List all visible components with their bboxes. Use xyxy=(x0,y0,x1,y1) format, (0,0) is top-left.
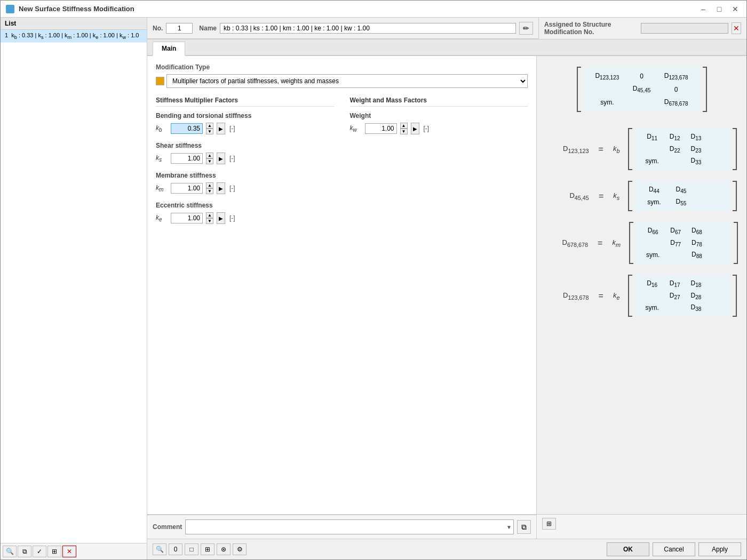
kb-down-button[interactable]: ▼ xyxy=(206,129,213,134)
kw-row: kw ▲ ▼ ▶ [-] xyxy=(350,123,528,134)
comment-copy-button[interactable]: ⧉ xyxy=(517,520,531,534)
window-title: New Surface Stiffness Modification xyxy=(19,5,693,13)
edit-area: Modification Type Multiplier factors of … xyxy=(147,56,537,514)
eccentric-k-label: ke xyxy=(613,291,620,301)
tab-main[interactable]: Main xyxy=(153,42,185,56)
km-arrow-button[interactable]: ▶ xyxy=(217,182,225,194)
name-input[interactable] xyxy=(220,23,516,34)
bending-matrix-bracket: D11 D12 D13 D22 D23 xyxy=(628,128,737,170)
check-a-button[interactable]: ✓ xyxy=(33,546,46,557)
no-field-group: No. xyxy=(153,23,193,34)
assigned-panel: Assigned to Structure Modification No. ✕ xyxy=(538,18,746,39)
shear-k-label: ks xyxy=(613,191,619,201)
shear-matrix-content: D44 D45 sym. D55 xyxy=(634,181,730,211)
modification-type-label: Modification Type xyxy=(156,63,528,71)
delete-button[interactable]: ✕ xyxy=(62,546,76,557)
kb-label: kb xyxy=(156,124,168,133)
kb-arrow-button[interactable]: ▶ xyxy=(217,123,225,134)
ke-down-button[interactable]: ▼ xyxy=(206,218,213,224)
zero-button[interactable]: 0 xyxy=(169,543,182,555)
membrane-stiffness-title: Membrane stiffness xyxy=(156,172,334,179)
eccentric-matrix-content: D16 D17 D18 D27 D28 xyxy=(634,275,730,317)
kw-input[interactable] xyxy=(365,123,397,134)
search-bottom-button[interactable]: 🔍 xyxy=(153,543,166,555)
shear-stiffness-title: Shear stiffness xyxy=(156,142,334,149)
bracket-left-4 xyxy=(629,222,633,264)
no-input[interactable] xyxy=(166,23,193,34)
assigned-input[interactable] xyxy=(641,23,728,34)
apply-button[interactable]: Apply xyxy=(698,542,741,556)
ok-button[interactable]: OK xyxy=(607,542,649,556)
membrane-k-label: km xyxy=(612,238,621,248)
close-button[interactable]: ✕ xyxy=(729,3,741,15)
diagram-icon-button[interactable]: ⊞ xyxy=(542,518,556,530)
bending-stiffness-title: Bending and torsional stiffness xyxy=(156,112,334,119)
bracket-left xyxy=(577,67,581,112)
bending-matrix-content: D11 D12 D13 D22 D23 xyxy=(634,128,730,170)
square-button[interactable]: □ xyxy=(185,543,198,555)
membrane-stiffness-group: Membrane stiffness km ▲ ▼ ▶ [-] xyxy=(156,172,334,194)
km-input[interactable] xyxy=(171,183,203,194)
weight-group: Weight kw ▲ ▼ ▶ [-] xyxy=(350,112,528,134)
km-label: km xyxy=(156,184,168,193)
settings-button[interactable]: ⚙ xyxy=(233,543,247,555)
eccentric-matrix-label: D123,678 xyxy=(546,291,589,301)
ks-label: ks xyxy=(156,154,168,163)
comment-label: Comment xyxy=(153,523,182,531)
eccentric-stiffness-title: Eccentric stiffness xyxy=(156,202,334,209)
grid-button[interactable]: ⊞ xyxy=(201,543,214,555)
kb-spinner: ▲ ▼ xyxy=(206,123,213,134)
kw-spinner: ▲ ▼ xyxy=(400,123,408,134)
weight-mass-factors-col: Weight and Mass Factors Weight kw ▲ ▼ xyxy=(350,97,528,231)
duplicate-button[interactable]: ⧉ xyxy=(18,546,31,557)
ke-up-button[interactable]: ▲ xyxy=(206,212,213,218)
ke-arrow-button[interactable]: ▶ xyxy=(217,212,225,224)
bending-k-label: kb xyxy=(613,145,620,154)
bracket-left-3 xyxy=(628,181,632,211)
shear-stiffness-group: Shear stiffness ks ▲ ▼ ▶ [-] xyxy=(156,142,334,164)
comment-input[interactable] xyxy=(185,519,514,534)
ks-input[interactable] xyxy=(171,153,203,164)
kw-label: kw xyxy=(350,124,362,133)
km-down-button[interactable]: ▼ xyxy=(206,188,213,194)
comment-input-wrap: ▼ xyxy=(185,519,514,534)
km-dash: [-] xyxy=(229,185,235,192)
new-item-button[interactable]: 🔍 xyxy=(3,546,17,557)
kw-dash: [-] xyxy=(424,125,430,132)
name-field-group: Name ✏ xyxy=(199,22,533,35)
kw-down-button[interactable]: ▼ xyxy=(400,129,408,134)
shear-matrix-row: D45,45 = ks D44 D45 xyxy=(546,181,737,211)
ks-down-button[interactable]: ▼ xyxy=(206,158,213,164)
km-up-button[interactable]: ▲ xyxy=(206,182,213,188)
kb-up-button[interactable]: ▲ xyxy=(206,123,213,129)
ks-dash: [-] xyxy=(229,155,235,162)
cancel-button[interactable]: Cancel xyxy=(653,542,695,556)
bracket-right-5 xyxy=(733,275,737,317)
filter-button[interactable]: ⊛ xyxy=(217,543,231,555)
stiffness-section-title: Stiffness Multiplier Factors xyxy=(156,97,334,107)
bracket-left-5 xyxy=(628,275,632,317)
ks-up-button[interactable]: ▲ xyxy=(206,153,213,158)
bracket-right-2 xyxy=(733,128,737,170)
ke-input[interactable] xyxy=(171,213,203,223)
bottom-toolbar: 🔍 0 □ ⊞ ⊛ ⚙ OK Cancel Apply xyxy=(147,539,746,559)
modification-type-dropdown[interactable]: Multiplier factors of partial stiffnesse… xyxy=(166,74,528,88)
ke-spinner: ▲ ▼ xyxy=(206,212,213,224)
ke-dash: [-] xyxy=(229,214,235,222)
kb-dash: [-] xyxy=(229,125,235,132)
maximize-button[interactable]: □ xyxy=(713,3,725,15)
ks-arrow-button[interactable]: ▶ xyxy=(217,153,225,164)
kw-arrow-button[interactable]: ▶ xyxy=(411,123,419,134)
minimize-button[interactable]: – xyxy=(697,3,709,15)
comment-section: Comment ▼ ⧉ xyxy=(147,515,536,539)
check-b-button[interactable]: ⊞ xyxy=(47,546,61,557)
comment-dropdown-icon[interactable]: ▼ xyxy=(506,524,512,530)
membrane-matrix-row: D678,678 = km D66 D67 D68 xyxy=(545,222,738,264)
bending-matrix-label: D123,123 xyxy=(546,145,589,154)
assigned-clear-button[interactable]: ✕ xyxy=(732,22,741,34)
list-item[interactable]: 1 kb : 0.33 | ks : 1.00 | km : 1.00 | ke… xyxy=(1,30,147,43)
kb-row: kb ▲ ▼ ▶ [-] xyxy=(156,123,334,134)
kb-input[interactable] xyxy=(171,123,203,134)
edit-name-button[interactable]: ✏ xyxy=(519,22,533,35)
kw-up-button[interactable]: ▲ xyxy=(400,123,408,129)
